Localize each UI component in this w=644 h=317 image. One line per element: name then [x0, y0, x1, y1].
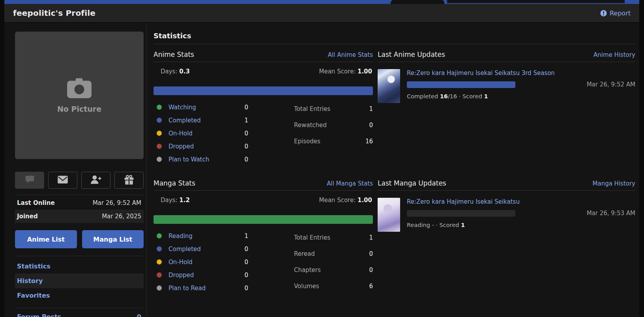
- completed-link[interactable]: Completed: [168, 117, 201, 124]
- anime-update-title[interactable]: Re:Zero kara Hajimeru Isekai Seikatsu 3r…: [407, 69, 555, 77]
- plan-to-read-link[interactable]: Plan to Read: [168, 285, 206, 292]
- add-friend-button[interactable]: [81, 172, 110, 189]
- sidebar-item-history[interactable]: History: [15, 274, 144, 288]
- status-row-plan-to-read: Plan to Read 0: [157, 281, 248, 294]
- manga-update-title[interactable]: Re:Zero kara Hajimeru Isekai Seikatsu: [407, 198, 520, 205]
- onhold-manga-link[interactable]: On-Hold: [168, 259, 193, 266]
- rewatched-value: 0: [369, 122, 373, 129]
- report-exclamation-icon: [600, 10, 607, 17]
- last-manga-updates-section: Last Manga Updates Manga History Re:Zero…: [378, 179, 635, 294]
- anime-stats-section: Anime Stats All Anime Stats Days: 0.3 Me…: [154, 51, 373, 166]
- manga-section-row: Manga Stats All Manga Stats Days: 1.2 Me…: [154, 179, 635, 294]
- sidebar-item-favorites[interactable]: Favorites: [15, 288, 144, 303]
- anime-list-button[interactable]: Anime List: [15, 230, 77, 248]
- profile-info-table: Last Online Mar 26, 9:52 AM Joined Mar 2…: [15, 196, 144, 223]
- total-entries-value: 1: [369, 105, 373, 113]
- onhold-manga-count: 0: [244, 259, 248, 266]
- anime-update-bar-row: Mar 26, 9:52 AM: [407, 81, 635, 88]
- episodes-row: Episodes 16: [294, 133, 373, 149]
- statistics-panel: Statistics Anime Stats All Anime Stats D…: [147, 23, 639, 317]
- chapters-label: Chapters: [294, 266, 321, 274]
- joined-label: Joined: [17, 213, 38, 220]
- plan-to-watch-link[interactable]: Plan to Watch: [168, 156, 209, 163]
- send-message-button[interactable]: [48, 172, 77, 189]
- manga-history-link[interactable]: Manga History: [593, 180, 636, 187]
- watching-link[interactable]: Watching: [168, 104, 196, 111]
- onhold-link[interactable]: On-Hold: [168, 130, 193, 137]
- sidebar-links: Statistics History Favorites: [15, 256, 144, 303]
- page: feepolitic's Profile Report: [4, 0, 639, 317]
- last-online-label: Last Online: [17, 199, 55, 206]
- last-anime-updates-section: Last Anime Updates Anime History Re:Zero…: [378, 51, 635, 166]
- last-manga-updates-heading: Last Manga Updates: [378, 179, 446, 187]
- manga-update-status: Reading - · Scored 1: [407, 222, 635, 228]
- anime-stat-columns: Watching 0 Completed 1 On-Hold: [154, 101, 373, 166]
- manga-update-entry: Re:Zero kara Hajimeru Isekai Seikatsu Ma…: [378, 198, 635, 232]
- manga-cover-image[interactable]: [378, 198, 400, 232]
- dropped-manga-link[interactable]: Dropped: [168, 272, 194, 279]
- completed-manga-link[interactable]: Completed: [168, 246, 201, 253]
- reading-link[interactable]: Reading: [168, 233, 193, 240]
- profile-header: feepolitic's Profile Report: [4, 4, 639, 23]
- reread-row: Reread 0: [294, 246, 373, 262]
- manga-days-row: Days: 1.2 Mean Score: 1.00: [154, 197, 373, 204]
- plan-to-read-count: 0: [244, 285, 248, 292]
- dropped-count: 0: [244, 143, 248, 150]
- joined-row: Joined Mar 26, 2025: [15, 210, 144, 223]
- status-row-completed: Completed 1: [157, 114, 248, 127]
- completed-manga-dot: [157, 246, 162, 251]
- status-row-dropped: Dropped 0: [157, 140, 248, 153]
- report-button[interactable]: Report: [600, 9, 631, 17]
- manga-mean-score: Mean Score: 1.00: [319, 197, 373, 204]
- manga-stats-header: Manga Stats All Manga Stats: [154, 179, 373, 191]
- navbar-dropdown-panel[interactable]: [391, 0, 444, 4]
- watching-count: 0: [244, 104, 248, 111]
- manga-stats-heading: Manga Stats: [154, 179, 195, 187]
- forum-posts-row[interactable]: Forum Posts 0: [15, 308, 144, 317]
- mail-icon: [57, 175, 68, 185]
- manga-totals-list: Total Entries 1 Reread 0 Chapters 0: [294, 229, 373, 294]
- anime-mean-score: Mean Score: 1.00: [319, 68, 373, 75]
- sidebar-item-statistics[interactable]: Statistics: [15, 259, 144, 274]
- rewatched-row: Rewatched 0: [294, 117, 373, 133]
- anime-history-link[interactable]: Anime History: [593, 51, 635, 58]
- sidebar-divider: [15, 195, 144, 195]
- manga-update-body: Re:Zero kara Hajimeru Isekai Seikatsu Ma…: [407, 198, 635, 232]
- no-picture-label: No Picture: [57, 105, 101, 113]
- anime-score-bar: [154, 86, 373, 95]
- forum-posts-label: Forum Posts: [17, 313, 61, 317]
- manga-total-entries-row: Total Entries 1: [294, 229, 373, 246]
- anime-stats-header: Anime Stats All Anime Stats: [154, 51, 373, 62]
- volumes-row: Volumes 6: [294, 278, 373, 294]
- top-navbar: [4, 0, 639, 4]
- volumes-value: 6: [369, 283, 373, 290]
- profile-sidebar: No Picture: [4, 23, 147, 317]
- joined-value: Mar 26, 2025: [102, 213, 141, 220]
- status-row-onhold-manga: On-Hold 0: [157, 255, 248, 268]
- manga-score-bar-fill: [154, 215, 373, 224]
- last-online-row: Last Online Mar 26, 9:52 AM: [15, 196, 144, 210]
- navbar-search-input[interactable]: [446, 0, 625, 3]
- anime-update-progress-fill: [407, 81, 515, 88]
- dropped-manga-count: 0: [244, 272, 248, 279]
- all-manga-stats-link[interactable]: All Manga Stats: [327, 180, 373, 187]
- last-online-value: Mar 26, 9:52 AM: [93, 199, 141, 206]
- gift-button[interactable]: [114, 172, 144, 189]
- completed-count: 1: [244, 117, 248, 124]
- content: No Picture: [4, 23, 639, 317]
- plan-to-read-dot: [157, 285, 162, 291]
- forum-posts-count: 0: [137, 313, 141, 317]
- rewatched-label: Rewatched: [294, 122, 327, 129]
- manga-list-button[interactable]: Manga List: [82, 230, 144, 248]
- anime-status-list: Watching 0 Completed 1 On-Hold: [157, 101, 248, 166]
- manga-days: Days: 1.2: [161, 197, 190, 204]
- camera-icon: [66, 78, 92, 101]
- dropped-link[interactable]: Dropped: [168, 143, 194, 150]
- anime-cover-image[interactable]: [378, 69, 400, 103]
- anime-days: Days: 0.3: [161, 68, 190, 75]
- status-row-onhold: On-Hold 0: [157, 127, 248, 140]
- comment-button[interactable]: [15, 172, 44, 189]
- all-anime-stats-link[interactable]: All Anime Stats: [328, 51, 373, 58]
- anime-stats-heading: Anime Stats: [154, 51, 194, 58]
- status-row-reading: Reading 1: [157, 229, 248, 242]
